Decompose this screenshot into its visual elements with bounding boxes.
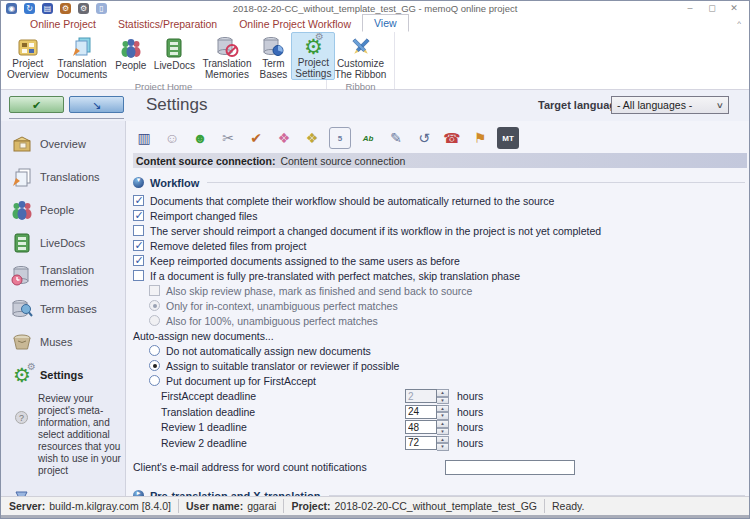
customize-the-ribbon-button[interactable]: Customize The Ribbon bbox=[329, 32, 392, 80]
ribbon-group-ribbon: Customize The Ribbon Ribbon bbox=[327, 32, 395, 89]
minimize-icon[interactable]: – bbox=[679, 1, 701, 15]
checkbox[interactable] bbox=[133, 210, 144, 221]
radio-button[interactable] bbox=[149, 375, 160, 386]
sidebar-item-people[interactable]: People bbox=[1, 193, 125, 226]
spin-down-icon[interactable] bbox=[437, 428, 449, 436]
radio-button[interactable] bbox=[149, 360, 160, 371]
deadline-row: FirstAccept deadline hours bbox=[161, 389, 749, 404]
livedocs-button[interactable]: LiveDocs bbox=[150, 32, 198, 80]
checkbox[interactable] bbox=[133, 270, 144, 281]
people-button[interactable]: People bbox=[111, 32, 150, 80]
maximize-icon[interactable]: ◻ bbox=[701, 1, 723, 15]
content-source-connection-icon[interactable]: ▥ bbox=[133, 127, 155, 149]
lqa-icon[interactable]: ✎ bbox=[385, 127, 407, 149]
auto-assign-option-row: Put document up for FirstAccept bbox=[149, 373, 749, 388]
target-language-dropdown[interactable]: - All languages - ∨ bbox=[611, 96, 729, 114]
tab-online-project-workflow[interactable]: Online Project Workflow bbox=[228, 16, 362, 32]
ribbon-group-project-home: Project Overview Translation Documents P… bbox=[1, 32, 327, 89]
checkbox-label: Remove deleted files from project bbox=[150, 240, 306, 252]
deadline-input[interactable] bbox=[405, 420, 437, 434]
close-icon[interactable]: ✕ bbox=[723, 1, 745, 15]
forward-button[interactable]: ↘ bbox=[69, 96, 124, 113]
ribbon-button-label: Translation Memories bbox=[202, 59, 251, 80]
spin-up-icon[interactable] bbox=[437, 436, 449, 444]
sidebar-item-label: People bbox=[40, 204, 74, 216]
workflow-icon[interactable]: ☻ bbox=[189, 127, 211, 149]
status-server: Server: build-m.kilgray.com [8.4.0] bbox=[7, 499, 179, 513]
translation-deadline-spinner bbox=[405, 405, 449, 419]
ribbon-button-label: LiveDocs bbox=[154, 61, 195, 72]
radio-label: Put document up for FirstAccept bbox=[166, 375, 316, 387]
deadline-row: Translation deadline hours bbox=[161, 404, 749, 419]
checkbox[interactable] bbox=[133, 240, 144, 251]
translation-memories-button[interactable]: Translation Memories bbox=[198, 32, 255, 80]
tm-settings-icon[interactable]: ❖ bbox=[273, 127, 295, 149]
collapse-ribbon-icon[interactable]: ^ bbox=[737, 19, 741, 28]
deadline-row: Review 2 deadline hours bbox=[161, 435, 749, 450]
deadline-input[interactable] bbox=[405, 405, 437, 419]
sidebar-item-muses[interactable]: Muses bbox=[1, 325, 125, 358]
translation-documents-button[interactable]: Translation Documents bbox=[53, 32, 112, 80]
radio-button[interactable] bbox=[149, 315, 160, 326]
spelling-icon[interactable]: Ab bbox=[357, 127, 379, 149]
qa-settings-icon[interactable]: ✔ bbox=[245, 127, 267, 149]
sidebar: Overview Translations People LiveDocs bbox=[1, 121, 126, 496]
languages-icon[interactable]: ⚑ bbox=[469, 127, 491, 149]
translation-memories-icon bbox=[9, 264, 35, 288]
rollback-icon[interactable]: ↺ bbox=[413, 127, 435, 149]
checkbox-label: Reimport changed files bbox=[150, 210, 257, 222]
livedocs-icon bbox=[162, 35, 186, 61]
segmentation-rules-icon[interactable]: ✂ bbox=[217, 127, 239, 149]
spin-up-icon[interactable] bbox=[437, 405, 449, 413]
communication-icon[interactable]: ☺ bbox=[161, 127, 183, 149]
workflow-option-row: Remove deleted files from project bbox=[133, 238, 749, 253]
offline-icon[interactable]: ☎ bbox=[441, 127, 463, 149]
sidebar-item-translation-memories[interactable]: Translation memories bbox=[1, 259, 125, 292]
checkbox[interactable] bbox=[149, 285, 160, 296]
page-title: Settings bbox=[146, 95, 207, 115]
target-language-value: - All languages - bbox=[617, 99, 692, 111]
status-user: User name: ggarai bbox=[179, 499, 284, 513]
sidebar-item-term-bases[interactable]: Term bases bbox=[1, 292, 125, 325]
sidebar-item-translations[interactable]: Translations bbox=[1, 160, 125, 193]
deadline-input[interactable] bbox=[405, 436, 437, 450]
term-bases-button[interactable]: Term Bases bbox=[256, 32, 292, 80]
checkbox[interactable] bbox=[133, 195, 144, 206]
spin-down-icon[interactable] bbox=[437, 443, 449, 451]
deadline-label: FirstAccept deadline bbox=[161, 390, 405, 402]
sidebar-item-livedocs[interactable]: LiveDocs bbox=[1, 226, 125, 259]
penalties-icon[interactable]: 5 bbox=[329, 127, 351, 149]
spin-down-icon[interactable] bbox=[437, 412, 449, 420]
auto-assign-label-row: Auto-assign new documents... bbox=[133, 328, 749, 343]
settings-category-toolbar: ▥ ☺ ☻ ✂ ✔ ❖ ❖ 5 Ab ✎ ↺ ☎ ⚑ MT bbox=[133, 126, 749, 150]
client-email-input[interactable] bbox=[445, 460, 575, 475]
spin-up-icon[interactable] bbox=[437, 389, 449, 397]
mt-settings-icon[interactable]: MT bbox=[497, 127, 519, 149]
project-overview-button[interactable]: Project Overview bbox=[3, 32, 53, 80]
accept-changes-button[interactable]: ✔ bbox=[9, 96, 64, 113]
deadline-input[interactable] bbox=[405, 389, 437, 403]
status-server-label: Server: bbox=[9, 500, 45, 512]
checkbox-label: Documents that complete their workflow s… bbox=[150, 195, 554, 207]
tab-online-project[interactable]: Online Project bbox=[19, 16, 107, 32]
selected-category-label: Content source connection: bbox=[136, 155, 275, 167]
checkbox[interactable] bbox=[133, 225, 144, 236]
section-pre-translation[interactable]: Pre-translation and X-translation bbox=[133, 488, 749, 496]
sidebar-item-settings[interactable]: ⚙ ⚙ Settings bbox=[1, 358, 125, 391]
sidebar-item-overview[interactable]: Overview bbox=[1, 127, 125, 160]
checkbox[interactable] bbox=[133, 255, 144, 266]
tab-statistics-preparation[interactable]: Statistics/Preparation bbox=[107, 16, 228, 32]
tab-view[interactable]: View bbox=[362, 14, 409, 32]
status-user-label: User name: bbox=[186, 500, 243, 512]
ribbon: Project Overview Translation Documents P… bbox=[1, 32, 749, 90]
sidebar-item-label: Settings bbox=[40, 369, 83, 381]
livedocs-settings-icon[interactable]: ❖ bbox=[301, 127, 323, 149]
section-workflow[interactable]: Workflow bbox=[133, 175, 749, 190]
spin-down-icon[interactable] bbox=[437, 397, 449, 405]
spin-up-icon[interactable] bbox=[437, 420, 449, 428]
review2-deadline-spinner bbox=[405, 436, 449, 450]
muses-icon bbox=[9, 330, 35, 354]
radio-button[interactable] bbox=[149, 300, 160, 311]
sidebar-item-label: LiveDocs bbox=[40, 237, 85, 249]
radio-button[interactable] bbox=[149, 345, 160, 356]
